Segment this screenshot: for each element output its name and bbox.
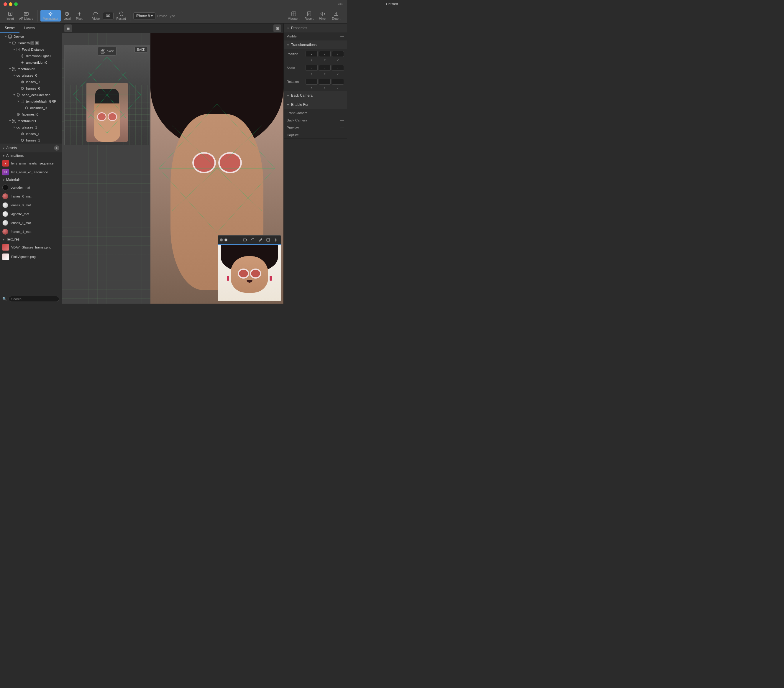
glasses0-label: glasses_0: [22, 74, 37, 77]
preview-pencil-icon[interactable]: [257, 237, 264, 243]
ar-library-button[interactable]: AR Library: [17, 10, 35, 21]
local-label: Local: [64, 17, 71, 20]
arrow-camera: [8, 41, 12, 45]
tree-item-focal-distance[interactable]: Focal Distance: [0, 46, 62, 53]
position-z-input[interactable]: [332, 51, 344, 57]
minimize-button[interactable]: [9, 2, 12, 6]
glasses1-label: glasses_1: [22, 126, 37, 129]
restart-button[interactable]: Restart: [114, 10, 128, 21]
viewport-button[interactable]: Viewport: [285, 10, 302, 21]
bottom-search-bar: 🔍: [0, 294, 62, 304]
report-button[interactable]: Report: [302, 10, 316, 21]
insert-button[interactable]: Insert: [4, 10, 16, 21]
svg-point-54: [13, 120, 14, 121]
frames1-label: frames_1: [26, 138, 40, 142]
position-row: Position: [284, 49, 347, 59]
tree-item-occluder0[interactable]: occluder_0: [0, 105, 62, 111]
tab-scene[interactable]: Scene: [0, 24, 20, 33]
asset-item-anim1[interactable]: ♥ lens_anim_hearts_ sequence: [0, 159, 62, 168]
texture-item-glasses-frames[interactable]: VDAY_Glasses_frames.png: [0, 243, 62, 252]
tree-item-lenses0[interactable]: lenses_0: [0, 79, 62, 85]
back-camera-header[interactable]: Back Camera: [284, 91, 347, 100]
transformations-header[interactable]: Transformations: [284, 40, 347, 49]
preview-camera-flip-icon[interactable]: [242, 237, 248, 243]
camera-badge-f: F: [30, 41, 35, 45]
device-selector[interactable]: iPhone 8 ▾: [133, 12, 155, 20]
textures-section-header[interactable]: Textures: [0, 236, 62, 243]
facetracker0-label: facetracker0: [18, 67, 36, 71]
preview-expand-icon[interactable]: [265, 237, 271, 243]
pivot-button[interactable]: Pivot: [73, 10, 85, 21]
tree-item-camera[interactable]: Camera F B: [0, 40, 62, 46]
tree-item-glasses1[interactable]: glasses_1: [0, 124, 62, 131]
local-button[interactable]: Local: [61, 10, 73, 21]
tree-item-device[interactable]: Device: [0, 33, 62, 40]
tree-item-facetracker1[interactable]: facetracker1: [0, 118, 62, 124]
svg-point-41: [17, 75, 18, 77]
restart-label: Restart: [117, 17, 126, 20]
tree-item-head-occluder[interactable]: head_occluder.dae: [0, 92, 62, 98]
scale-z-input[interactable]: [332, 65, 344, 71]
preview-settings-icon[interactable]: [273, 237, 279, 243]
svg-point-40: [15, 68, 15, 69]
material-item-vignettemat[interactable]: vignette_mat: [0, 210, 62, 218]
title-bar: Untitled v49: [0, 0, 347, 8]
rotation-x-input[interactable]: [306, 79, 318, 85]
tree-item-amblight[interactable]: ambientLight0: [0, 59, 62, 66]
tree-item-facetracker0[interactable]: facetracker0: [0, 66, 62, 72]
scale-y-input[interactable]: [319, 65, 331, 71]
right-panel: Properties Visible — Transformations Pos…: [283, 24, 347, 304]
3d-view[interactable]: BACK: [62, 33, 283, 304]
svg-point-49: [25, 107, 28, 109]
tree-item-glasses0[interactable]: glasses_0: [0, 72, 62, 79]
material-item-lenses1mat[interactable]: lenses_1_mat: [0, 218, 62, 227]
scale-x-input[interactable]: [306, 65, 318, 71]
mirror-button[interactable]: Mirror: [316, 10, 329, 21]
add-asset-button[interactable]: +: [54, 145, 59, 151]
viewport-menu-btn[interactable]: ☰: [64, 25, 72, 32]
material-item-lenses0mat[interactable]: lenses_0_mat: [0, 201, 62, 210]
position-x-input[interactable]: [306, 51, 318, 57]
animations-section-header[interactable]: Animations: [0, 153, 62, 159]
preview-rotate-icon[interactable]: [250, 237, 256, 243]
manipulator-button[interactable]: Manipulator: [40, 10, 61, 21]
rotation-y-input[interactable]: [319, 79, 331, 85]
enable-for-header[interactable]: Enable For: [284, 100, 347, 109]
tree-item-frames1[interactable]: frames_1: [0, 137, 62, 144]
tree-item-templatemask[interactable]: templateMask_GRP: [0, 98, 62, 105]
tree-item-frames0[interactable]: frames_0: [0, 85, 62, 92]
materials-section-header[interactable]: Materials: [0, 177, 62, 183]
svg-point-60: [22, 133, 23, 135]
material-item-occluder[interactable]: occluder_mat: [0, 183, 62, 192]
assets-section-header[interactable]: Assets +: [0, 144, 62, 153]
texture-item-pink-vignette[interactable]: PinkVignette.png: [0, 252, 62, 261]
close-button[interactable]: [3, 2, 7, 6]
video-button[interactable]: Video: [90, 10, 102, 21]
frames0-label: frames_0: [26, 87, 40, 90]
tree-item-facemesh0[interactable]: facemesh0: [0, 111, 62, 118]
preview-window[interactable]: [218, 235, 281, 301]
rotation-z-input[interactable]: [332, 79, 344, 85]
material-item-frames1mat[interactable]: frames_1_mat: [0, 227, 62, 236]
glasses1-icon: [16, 125, 21, 130]
svg-point-47: [17, 94, 20, 96]
position-y-input[interactable]: [319, 51, 331, 57]
window-controls[interactable]: [3, 2, 18, 6]
pause-button[interactable]: 00: [103, 12, 113, 20]
preview-dot-gray: [220, 238, 223, 241]
device-type-label: Device Type: [157, 14, 175, 18]
tree-item-lenses1[interactable]: lenses_1: [0, 131, 62, 137]
maximize-button[interactable]: [14, 2, 18, 6]
rot-z-label: Z: [332, 86, 344, 90]
tab-layers[interactable]: Layers: [20, 24, 40, 33]
asset-item-anim2[interactable]: XO lens_anim_xo_ sequence: [0, 168, 62, 177]
viewport-frame-btn[interactable]: ⊞: [273, 25, 281, 32]
properties-header[interactable]: Properties: [284, 24, 347, 33]
tree-item-dirlight[interactable]: directionalLight0: [0, 53, 62, 59]
search-input[interactable]: [8, 296, 59, 302]
insert-label: Insert: [7, 17, 14, 20]
transformations-section: Transformations Position X Y Z Scale: [284, 40, 347, 91]
export-button[interactable]: Export: [329, 10, 343, 21]
material-item-frames0mat[interactable]: frames_0_mat: [0, 192, 62, 201]
sub-viewport[interactable]: BACK BACK: [64, 45, 150, 145]
